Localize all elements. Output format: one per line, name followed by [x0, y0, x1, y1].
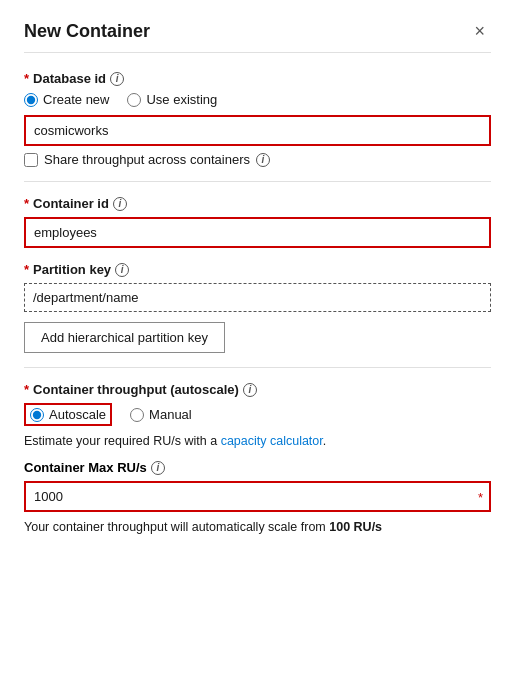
use-existing-radio[interactable] — [127, 93, 141, 107]
autoscale-box: Autoscale — [24, 403, 112, 426]
add-hierarchical-button[interactable]: Add hierarchical partition key — [24, 322, 225, 353]
partition-key-section: * Partition key i Add hierarchical parti… — [24, 262, 491, 353]
new-container-dialog: New Container × * Database id i Create n… — [0, 0, 515, 686]
share-throughput-checkbox[interactable] — [24, 153, 38, 167]
estimate-text: Estimate your required RU/s with a capac… — [24, 434, 491, 448]
share-throughput-row: Share throughput across containers i — [24, 152, 491, 167]
max-ru-input-container: * — [24, 481, 491, 512]
partition-key-input[interactable] — [24, 283, 491, 312]
autoscale-radio-label[interactable]: Autoscale — [30, 407, 106, 422]
partition-key-required: * — [24, 262, 29, 277]
dialog-title: New Container — [24, 21, 150, 42]
throughput-radio-group: Autoscale Manual — [24, 403, 491, 426]
container-id-label: * Container id i — [24, 196, 491, 211]
use-existing-radio-label[interactable]: Use existing — [127, 92, 217, 107]
container-id-input[interactable] — [24, 217, 491, 248]
create-new-radio-label[interactable]: Create new — [24, 92, 109, 107]
dialog-header: New Container × — [24, 20, 491, 53]
database-id-info-icon[interactable]: i — [110, 72, 124, 86]
database-id-radio-group: Create new Use existing — [24, 92, 491, 107]
manual-radio-label[interactable]: Manual — [130, 407, 192, 422]
share-throughput-info-icon[interactable]: i — [256, 153, 270, 167]
max-ru-input[interactable] — [24, 481, 491, 512]
partition-key-info-icon[interactable]: i — [115, 263, 129, 277]
database-id-label: * Database id i — [24, 71, 491, 86]
throughput-label: * Container throughput (autoscale) i — [24, 382, 491, 397]
container-id-required: * — [24, 196, 29, 211]
throughput-required: * — [24, 382, 29, 397]
manual-radio[interactable] — [130, 408, 144, 422]
max-ru-label: Container Max RU/s i — [24, 460, 491, 475]
create-new-radio[interactable] — [24, 93, 38, 107]
database-id-section: * Database id i Create new Use existing … — [24, 71, 491, 167]
autoscale-radio[interactable] — [30, 408, 44, 422]
max-ru-info-icon[interactable]: i — [151, 461, 165, 475]
throughput-section: * Container throughput (autoscale) i Aut… — [24, 382, 491, 534]
capacity-calculator-link[interactable]: capacity calculator — [221, 434, 323, 448]
bottom-text: Your container throughput will automatic… — [24, 520, 491, 534]
container-id-info-icon[interactable]: i — [113, 197, 127, 211]
container-id-section: * Container id i — [24, 196, 491, 248]
throughput-info-icon[interactable]: i — [243, 383, 257, 397]
close-button[interactable]: × — [468, 20, 491, 42]
database-id-input[interactable] — [24, 115, 491, 146]
partition-key-label: * Partition key i — [24, 262, 491, 277]
max-ru-required-star: * — [478, 489, 483, 504]
database-id-required: * — [24, 71, 29, 86]
